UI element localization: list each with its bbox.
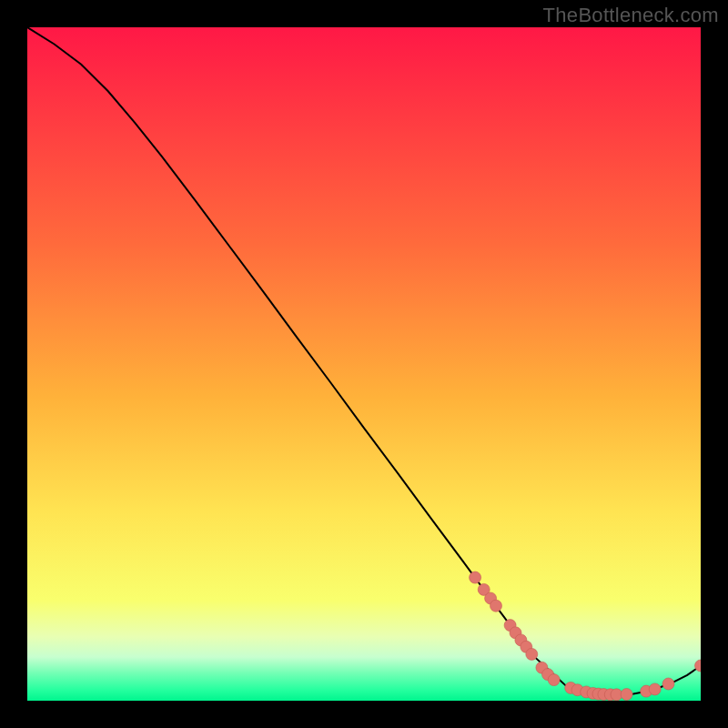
data-marker (548, 674, 560, 686)
data-marker (526, 648, 538, 660)
data-marker (490, 600, 502, 612)
data-marker (662, 678, 674, 690)
gradient-background (27, 27, 701, 701)
plot-area (27, 27, 701, 701)
data-marker (470, 571, 481, 583)
data-marker (621, 689, 632, 701)
watermark-text: TheBottleneck.com (543, 4, 719, 27)
data-marker (649, 683, 661, 695)
chart-frame: TheBottleneck.com (0, 0, 728, 728)
bottleneck-curve-chart (27, 27, 701, 701)
